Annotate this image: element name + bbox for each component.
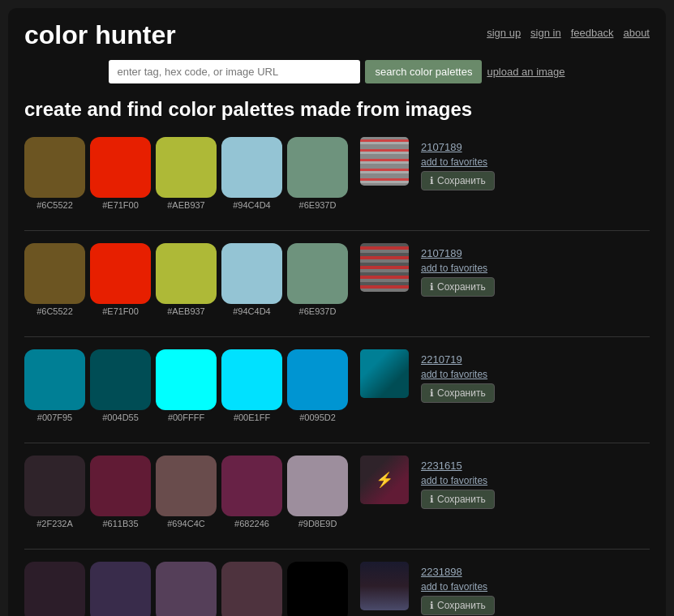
color-swatch[interactable]	[90, 349, 151, 410]
upload-button[interactable]: upload an image	[487, 66, 565, 78]
swatch-item: #6C5522	[24, 137, 85, 210]
color-swatch[interactable]	[24, 349, 85, 410]
palette-thumbnail	[360, 243, 409, 292]
palette-id-link[interactable]: 2210719	[421, 353, 495, 366]
color-swatch[interactable]	[221, 137, 282, 198]
palette-id-link[interactable]: 2231898	[421, 566, 495, 578]
color-swatch[interactable]	[156, 137, 217, 198]
page-title: create and find color palettes made from…	[24, 98, 650, 121]
swatch-label: #E71F00	[102, 306, 139, 316]
color-swatch[interactable]	[24, 243, 85, 304]
palette-thumbnail	[360, 137, 409, 186]
swatch-item: #6E937D	[287, 137, 348, 210]
search-input[interactable]	[109, 60, 360, 83]
swatch-label: #94C4D4	[233, 306, 270, 316]
color-swatch[interactable]	[287, 137, 348, 198]
feedback-link[interactable]: feedback	[571, 27, 614, 39]
swatch-group: #2C1D29#392C4B#553F59#4E333E#000000	[24, 562, 348, 616]
save-button[interactable]: ℹСохранить	[421, 490, 495, 509]
swatch-label: #E71F00	[102, 200, 139, 210]
color-swatch[interactable]	[287, 243, 348, 304]
color-swatch[interactable]	[156, 349, 217, 410]
swatch-group: #6C5522#E71F00#AEB937#94C4D4#6E937D	[24, 137, 348, 210]
palette-id-link[interactable]: 2107189	[421, 141, 495, 153]
search-button[interactable]: search color palettes	[365, 60, 482, 83]
swatch-item: #694C4C	[156, 456, 217, 528]
swatch-label: #6E937D	[299, 306, 337, 316]
swatch-item: #0095D2	[287, 349, 348, 422]
color-swatch[interactable]	[90, 562, 151, 616]
add-to-favorites-link[interactable]: add to favorites	[421, 581, 495, 592]
color-swatch[interactable]	[156, 243, 217, 304]
save-button[interactable]: ℹСохранить	[421, 277, 495, 297]
row-divider	[24, 230, 650, 231]
swatch-item: #611B35	[90, 456, 151, 528]
swatch-label: #007F95	[37, 413, 72, 422]
swatch-label: #6C5522	[36, 306, 73, 316]
swatch-item: #2F232A	[24, 456, 85, 528]
add-to-favorites-link[interactable]: add to favorites	[421, 369, 495, 380]
swatch-label: #9D8E9D	[298, 519, 337, 528]
swatch-label: #004D55	[102, 413, 139, 422]
color-swatch[interactable]	[287, 562, 348, 616]
color-swatch[interactable]	[90, 456, 151, 516]
palette-row: #2F232A#611B35#694C4C#682246#9D8E9D⚡2231…	[24, 456, 650, 528]
palette-thumbnail: ⚡	[360, 456, 409, 504]
color-swatch[interactable]	[221, 349, 282, 410]
search-bar: search color palettes upload an image	[24, 60, 650, 83]
swatch-item: #E71F00	[90, 243, 151, 316]
palette-info: 2107189add to favoritesℹСохранить	[421, 243, 495, 297]
add-to-favorites-link[interactable]: add to favorites	[421, 475, 495, 486]
color-swatch[interactable]	[90, 137, 151, 198]
palette-thumbnail	[360, 562, 409, 610]
swatch-item: #00E1FF	[221, 349, 282, 422]
color-swatch[interactable]	[24, 137, 85, 198]
save-button[interactable]: ℹСохранить	[421, 596, 495, 615]
palette-id-link[interactable]: 2231615	[421, 460, 495, 472]
swatch-item: #4E333E	[221, 562, 282, 616]
swatch-item: #553F59	[156, 562, 217, 616]
palette-row: #6C5522#E71F00#AEB937#94C4D4#6E937D21071…	[24, 243, 650, 316]
swatch-item: #007F95	[24, 349, 85, 422]
color-swatch[interactable]	[24, 456, 85, 516]
color-swatch[interactable]	[287, 456, 348, 516]
swatch-label: #AEB937	[167, 200, 204, 210]
color-swatch[interactable]	[221, 243, 282, 304]
about-link[interactable]: about	[623, 27, 650, 39]
color-swatch[interactable]	[287, 349, 348, 410]
save-button[interactable]: ℹСохранить	[421, 383, 495, 403]
swatch-label: #6C5522	[36, 200, 73, 210]
row-divider	[24, 336, 650, 337]
swatch-item: #94C4D4	[221, 243, 282, 316]
palette-id-link[interactable]: 2107189	[421, 247, 495, 259]
palette-info: 2210719add to favoritesℹСохранить	[421, 349, 495, 403]
color-swatch[interactable]	[156, 456, 217, 516]
swatch-label: #2F232A	[36, 519, 73, 528]
save-button[interactable]: ℹСохранить	[421, 171, 495, 190]
save-icon: ℹ	[430, 387, 434, 399]
save-label: Сохранить	[437, 387, 486, 399]
color-swatch[interactable]	[90, 243, 151, 304]
signup-link[interactable]: sign up	[487, 27, 521, 39]
palette-info: 2231615add to favoritesℹСохранить	[421, 456, 495, 509]
swatch-item: #9D8E9D	[287, 456, 348, 528]
swatch-group: #6C5522#E71F00#AEB937#94C4D4#6E937D	[24, 243, 348, 316]
swatch-item: #E71F00	[90, 137, 151, 210]
palette-info: 2107189add to favoritesℹСохранить	[421, 137, 495, 190]
swatch-group: #2F232A#611B35#694C4C#682246#9D8E9D	[24, 456, 348, 528]
swatch-label: #00E1FF	[234, 413, 270, 422]
add-to-favorites-link[interactable]: add to favorites	[421, 156, 495, 168]
color-swatch[interactable]	[221, 456, 282, 516]
site-logo: color hunter	[24, 20, 176, 50]
add-to-favorites-link[interactable]: add to favorites	[421, 263, 495, 274]
palette-row: #007F95#004D55#00FFFF#00E1FF#0095D222107…	[24, 349, 650, 422]
swatch-item: #AEB937	[156, 137, 217, 210]
color-swatch[interactable]	[24, 562, 85, 616]
save-label: Сохранить	[437, 175, 486, 186]
row-divider	[24, 549, 650, 550]
swatch-item: #000000	[287, 562, 348, 616]
color-swatch[interactable]	[221, 562, 282, 616]
color-swatch[interactable]	[156, 562, 217, 616]
signin-link[interactable]: sign in	[530, 27, 561, 39]
swatch-label: #694C4C	[167, 519, 204, 528]
